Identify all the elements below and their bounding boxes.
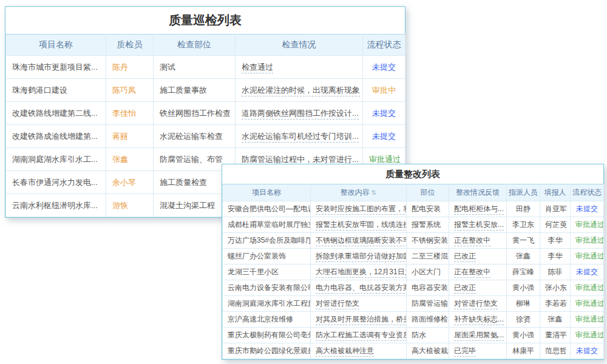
assignee-name: 黄小强 [507, 280, 540, 296]
inspection-table-title: 质量巡检列表 [5, 7, 405, 34]
part-cell: 不锈钢安装... [407, 233, 449, 249]
inspection-situation-text: 道路两侧铁丝网围挡工作按设计... [242, 109, 359, 120]
project-name-link[interactable]: 改建铁路成渝线增建第... [6, 125, 106, 148]
column-header-project: 项目名称 [223, 184, 311, 201]
feedback-text: 报警主机安放... [454, 220, 504, 231]
rectify-content-text: 大理石地面更换，12月31日之... [316, 268, 407, 278]
status-cell: 未提交 [363, 102, 405, 125]
rectification-table-row: 重庆市鹅岭公园绿化景观提升... 高大植被栽种注意 高大植被栽种 已完毕 林康平… [223, 343, 604, 359]
project-name-link[interactable]: 珠海鹤港口建设 [6, 79, 106, 102]
part-cell: 配电安装 [407, 201, 449, 217]
part-cell: 二至三楼混... [407, 249, 449, 265]
column-header-content[interactable]: 整改内容⇅ [311, 184, 407, 201]
status-badge: 未提交 [576, 204, 598, 213]
part-cell: 电容器安装... [407, 280, 449, 296]
project-name-link[interactable]: 安徽合肥供电公司—配电设备... [223, 201, 311, 217]
assignee-name: 张鑫 [507, 249, 540, 265]
project-name-link[interactable]: 云南水利枢纽潜明水库... [6, 194, 106, 217]
project-name-link[interactable]: 螺丝厂办公室装饰 [223, 249, 311, 265]
column-header-assignee: 指派人员 [507, 184, 540, 201]
feedback-text: 补齐缺失标志... [454, 315, 504, 325]
project-name-link[interactable]: 珠海市城市更新项目紫... [6, 56, 106, 79]
status-badge: 审批通过 [575, 315, 604, 323]
rectify-content-cell: 对其及时开展整治措施，桥头... [311, 312, 407, 328]
project-name-link[interactable]: 云南电力设备安装有限公司20... [223, 280, 311, 296]
project-name-link[interactable]: 改建铁路线增建第二线... [6, 102, 106, 125]
status-cell: 未提交 [363, 56, 405, 79]
rectify-content-text: 不锈钢边框玻璃隔断安装不牢... [316, 236, 407, 246]
column-header-status: 流程状态 [571, 184, 604, 201]
feedback-text: 配电柜柜体与... [454, 204, 504, 215]
part-cell: 高大植被栽种 [407, 343, 449, 359]
column-header-project: 项目名称 [6, 35, 106, 56]
inspection-table-row: 改建铁路成渝线增建第... 蒋丽 水泥砼运输车检查 水泥砼运输车司机经过专门培训… [6, 125, 405, 148]
rectify-content-cell: 防水工程施工选调有专业资质... [311, 328, 407, 343]
project-name-link[interactable]: 湖南洞庭湖水库引水工... [6, 148, 106, 171]
rectify-content-text: 安装时应按施工图的布置，将... [316, 204, 407, 215]
status-cell: 未提交 [571, 343, 604, 359]
rectification-table-row: 螺丝厂办公室装饰 拆除到承重墙部分请做好加固... 二至三楼混... 已改正 张… [223, 249, 604, 265]
rectification-table-row: 重庆太极制药有限公司亳州中... 防水工程施工选调有专业资质... 防水 屋面采… [223, 328, 604, 343]
inspection-header-row: 项目名称 质检员 检查部位 检查情况 流程状态 [6, 35, 405, 56]
feedback-cell: 配电柜柜体与... [449, 201, 507, 217]
sort-icon[interactable]: ⇅ [371, 189, 376, 196]
status-badge: 审批通过 [575, 299, 604, 308]
project-name-link[interactable]: 成都杜甫草堂临时展厅独立展... [223, 217, 311, 233]
column-header-inspector: 质检员 [106, 35, 154, 56]
feedback-cell: 报警主机安放... [449, 217, 507, 233]
rectify-content-text: 对管进行垫支 [316, 299, 359, 309]
rectification-table-row: 万达广场35#会所及咖啡厅空... 不锈钢边框玻璃隔断安装不牢... 不锈钢安装… [223, 233, 604, 249]
rectification-table: 项目名称 整改内容⇅ 部位 整改情况反馈 指派人员 填报人 流程状态 安徽合肥供… [222, 184, 604, 359]
part-cell: 防腐管运输... [407, 296, 449, 312]
status-cell: 未提交 [571, 201, 604, 217]
rectify-content-cell: 报警主机安放牢固，线缆连接... [311, 217, 407, 233]
reporter-name: 李华 [540, 249, 571, 265]
status-badge: 未提交 [372, 109, 396, 118]
status-cell: 未提交 [571, 265, 604, 280]
rectification-table-row: 湖南洞庭湖水库引水工程施工1标 对管进行垫支 防腐管运输... 对管进行垫支 柳… [223, 296, 604, 312]
reporter-name: 李华 [540, 233, 571, 249]
status-badge: 审批中 [372, 86, 396, 95]
status-badge: 审批通过 [575, 236, 604, 244]
rectify-content-cell: 拆除到承重墙部分请做好加固... [311, 249, 407, 265]
status-cell: 审批通过 [571, 312, 604, 328]
rectify-content-cell: 大理石地面更换，12月31日之... [311, 265, 407, 280]
project-name-link[interactable]: 重庆太极制药有限公司亳州中... [223, 328, 311, 343]
inspection-situation-text: 水泥砼运输车司机经过专门培训... [242, 132, 359, 143]
rectify-content-text: 对其及时开展整治措施，桥头... [316, 315, 407, 325]
status-badge: 未提交 [372, 132, 396, 141]
feedback-cell: 屋面采用聚氨... [449, 328, 507, 343]
inspector-name: 陈巧凤 [106, 79, 154, 102]
feedback-cell: 已改正 [449, 280, 507, 296]
status-badge: 未提交 [576, 346, 598, 355]
status-cell: 未提交 [363, 125, 405, 148]
reporter-name: 肖亚军 [540, 201, 571, 217]
column-header-content-label: 整改内容 [341, 188, 370, 197]
project-name-link[interactable]: 京沪高速北京段维修 [223, 312, 311, 328]
column-header-part: 部位 [407, 184, 449, 201]
reporter-name: 董清平 [540, 328, 571, 343]
rectify-content-cell: 安装时应按施工图的布置，将... [311, 201, 407, 217]
project-name-link[interactable]: 万达广场35#会所及咖啡厅空... [223, 233, 311, 249]
inspection-situation-text: 检查通过 [242, 62, 273, 73]
project-name-link[interactable]: 长春市伊通河水力发电... [6, 171, 106, 194]
rectify-content-cell: 高大植被栽种注意 [311, 343, 407, 359]
feedback-text: 正在整改中 [454, 236, 490, 246]
inspection-part-cell: 测试 [154, 56, 236, 79]
project-name-link[interactable]: 龙湖三千里小区 [223, 265, 311, 280]
feedback-text: 屋面采用聚氨... [454, 331, 504, 341]
feedback-text: 正在整改中 [454, 268, 490, 278]
column-header-status: 流程状态 [363, 35, 405, 56]
inspector-name: 张鑫 [106, 148, 154, 171]
inspector-name: 蒋丽 [106, 125, 154, 148]
assignee-name: 李卫东 [507, 217, 540, 233]
project-name-link[interactable]: 湖南洞庭湖水库引水工程施工1标 [223, 296, 311, 312]
status-cell: 审批通过 [571, 217, 604, 233]
rectify-content-text: 电力电容器、电抗器安装方案... [316, 283, 407, 294]
assignee-name: 柳琳 [507, 296, 540, 312]
inspector-name: 余小琴 [106, 171, 154, 194]
status-badge: 审批通过 [575, 331, 604, 339]
rectification-table-row: 云南电力设备安装有限公司20... 电力电容器、电抗器安装方案... 电容器安装… [223, 280, 604, 296]
project-name-link[interactable]: 重庆市鹅岭公园绿化景观提升... [223, 343, 311, 359]
status-badge: 未提交 [576, 268, 598, 276]
